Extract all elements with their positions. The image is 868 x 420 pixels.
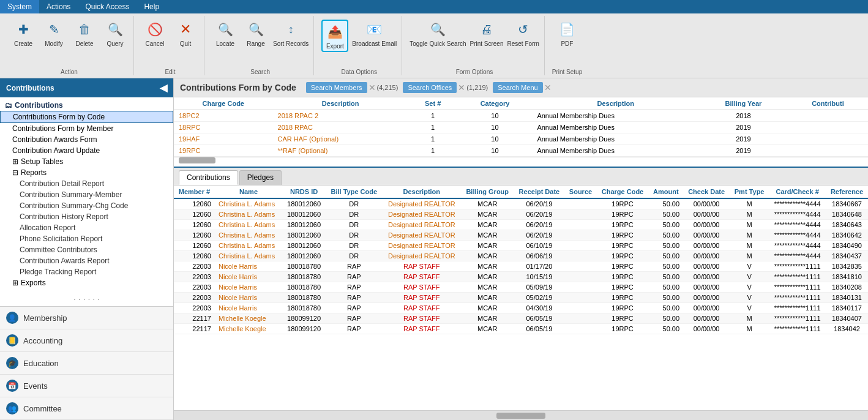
nav-item-accounting[interactable]: 📒 Accounting (0, 329, 173, 352)
table-row[interactable]: 22117 Michelle Koegle 180099120 RAP RAP … (174, 324, 868, 334)
sidebar-item-contribution-detail[interactable]: Contribution Detail Report (0, 178, 173, 189)
name-cell[interactable]: Nicole Harris (215, 261, 282, 272)
name-cell[interactable]: Nicole Harris (215, 282, 282, 293)
table-row[interactable]: 22003 Nicole Harris 180018780 RAP RAP ST… (174, 282, 868, 293)
name-cell[interactable]: Nicole Harris (215, 272, 282, 282)
content-title: Contributions Form by Code (180, 83, 296, 92)
table-row[interactable]: 12060 Christina L. Adams 180012060 DR De… (174, 198, 868, 209)
sidebar-item-contribution-history[interactable]: Contribution History Report (0, 211, 173, 222)
table-row[interactable]: 22003 Nicole Harris 180018780 RAP RAP ST… (174, 303, 868, 313)
broadcast-email-button[interactable]: 📧 Broadcast Email (352, 20, 397, 47)
sidebar-item-contribution-summary-member[interactable]: Contribution Summary-Member (0, 189, 173, 200)
table-row[interactable]: 18RPC 2018 RPAC 1 10 Annual Membership D… (174, 122, 868, 133)
name-cell[interactable]: Christina L. Adams (215, 251, 282, 261)
table-row[interactable]: 22003 Nicole Harris 180018780 RAP RAP ST… (174, 293, 868, 303)
export-button[interactable]: 📤 Export (321, 20, 348, 52)
toggle-search-button[interactable]: 🔍 Toggle Quick Search (410, 20, 466, 47)
sidebar-item-contributions-form-member[interactable]: Contributions Form by Member (0, 123, 173, 134)
amount-cell: 50.00 (649, 313, 684, 324)
search-menu-button[interactable]: Search Menu (493, 82, 542, 93)
print-screen-button[interactable]: 🖨 Print Screen (470, 20, 503, 47)
modify-button[interactable]: ✎ Modify (40, 20, 67, 47)
table-row[interactable]: 19HAF CAR HAF (Optional) 1 10 Annual Mem… (174, 133, 868, 145)
table-row[interactable]: 12060 Christina L. Adams 180012060 DR De… (174, 220, 868, 230)
range-button[interactable]: 🔍 Range (242, 20, 269, 47)
name-cell[interactable]: Christina L. Adams (215, 241, 282, 251)
tab-contributions[interactable]: Contributions (179, 170, 238, 185)
sidebar-item-contributions-root[interactable]: 🗂 Contributions (0, 100, 173, 111)
sidebar-item-contribution-awards-report[interactable]: Contribution Awards Report (0, 255, 173, 266)
sidebar-collapse-icon[interactable]: ◀ (160, 82, 167, 94)
reset-form-button[interactable]: ↺ Reset Form (507, 20, 539, 47)
name-cell[interactable]: Christina L. Adams (215, 220, 282, 230)
charge-code-cell[interactable]: 19HAF (174, 133, 273, 145)
sidebar-item-allocation-report[interactable]: Allocation Report (0, 222, 173, 233)
nav-item-events[interactable]: 📅 Events (0, 375, 173, 397)
locate-button[interactable]: 🔍 Locate (212, 20, 239, 47)
sidebar-item-pledge-tracking[interactable]: Pledge Tracking Report (0, 266, 173, 277)
tab-pledges[interactable]: Pledges (239, 170, 282, 185)
charge-code-cell[interactable]: 18PC2 (174, 110, 273, 122)
content-header: Contributions Form by Code Search Member… (174, 78, 868, 97)
delete-button[interactable]: 🗑 Delete (71, 20, 98, 47)
category-cell: 10 (458, 145, 533, 157)
sidebar-item-contributions-form-code[interactable]: Contributions Form by Code (0, 111, 173, 123)
sidebar-item-exports[interactable]: ⊞ Exports (0, 277, 173, 288)
menu-actions[interactable]: Actions (39, 0, 78, 13)
col-contrib: Contributi (788, 97, 868, 110)
search-members-close[interactable]: ✕ (369, 83, 376, 92)
bottom-scrollbar[interactable] (174, 410, 868, 420)
sidebar-item-reports[interactable]: ⊟ Reports (0, 167, 173, 178)
pdf-icon: 📄 (557, 20, 577, 39)
query-button[interactable]: 🔍 Query (102, 20, 129, 47)
name-cell[interactable]: Michelle Koegle (215, 324, 282, 334)
search-menu-close[interactable]: ✕ (544, 83, 552, 92)
sidebar-item-phone-solicitation[interactable]: Phone Solicitation Report (0, 233, 173, 244)
name-cell[interactable]: Christina L. Adams (215, 230, 282, 241)
table-row[interactable]: 22003 Nicole Harris 180018780 RAP RAP ST… (174, 272, 868, 282)
search-members-button[interactable]: Search Members (306, 82, 367, 93)
table-row[interactable]: 19RPC **RAF (Optional) 1 10 Annual Membe… (174, 145, 868, 157)
name-cell[interactable]: Nicole Harris (215, 293, 282, 303)
sidebar-item-contribution-awards-form[interactable]: Contribution Awards Form (0, 134, 173, 145)
charge-code-cell[interactable]: 18RPC (174, 122, 273, 133)
table-row[interactable]: 22003 Nicole Harris 180018780 RAP RAP ST… (174, 261, 868, 272)
bottom-table-container[interactable]: Member # Name NRDS ID Bill Type Code Des… (174, 186, 868, 410)
name-cell[interactable]: Christina L. Adams (215, 209, 282, 220)
nav-item-education[interactable]: 🎓 Education (0, 352, 173, 375)
menu-system[interactable]: System (0, 0, 39, 13)
table-row[interactable]: 12060 Christina L. Adams 180012060 DR De… (174, 241, 868, 251)
name-cell[interactable]: Michelle Koegle (215, 313, 282, 324)
sidebar-item-contribution-summary-chg[interactable]: Contribution Summary-Chg Code (0, 200, 173, 211)
bill-type-cell: DR (326, 230, 383, 241)
pdf-button[interactable]: 📄 PDF (553, 20, 580, 47)
table-row[interactable]: 12060 Christina L. Adams 180012060 DR De… (174, 209, 868, 220)
export-icon: 📤 (325, 22, 345, 42)
ref-cell: 1834042 (826, 324, 868, 334)
menu-quick-access[interactable]: Quick Access (78, 0, 137, 13)
sort-button[interactable]: ↕ Sort Records (273, 20, 309, 47)
nav-item-committee[interactable]: 👥 Committee (0, 397, 173, 420)
cancel-button[interactable]: 🚫 Cancel (141, 20, 168, 47)
charge-code-cell[interactable]: 19RPC (174, 145, 273, 157)
sidebar-item-contribution-award-update[interactable]: Contribution Award Update (0, 145, 173, 156)
name-cell[interactable]: Nicole Harris (215, 303, 282, 313)
search-offices-button[interactable]: Search Offices (403, 82, 457, 93)
table-row[interactable]: 12060 Christina L. Adams 180012060 DR De… (174, 251, 868, 261)
menu-help[interactable]: Help (137, 0, 166, 13)
create-button[interactable]: ✚ Create (10, 20, 37, 47)
bill-type-cell: RAP (326, 272, 383, 282)
table-row[interactable]: 22117 Michelle Koegle 180099120 RAP RAP … (174, 313, 868, 324)
sidebar-item-committee-contributors[interactable]: Committee Contributors (0, 244, 173, 255)
contrib-cell (788, 145, 868, 157)
top-table-scrollbar[interactable] (174, 157, 868, 167)
nav-item-membership[interactable]: 👤 Membership (0, 307, 173, 329)
table-row[interactable]: 12060 Christina L. Adams 180012060 DR De… (174, 230, 868, 241)
sidebar-item-setup-tables[interactable]: ⊞ Setup Tables (0, 156, 173, 167)
create-icon: ✚ (13, 20, 33, 39)
name-cell[interactable]: Christina L. Adams (215, 198, 282, 209)
table-row[interactable]: 18PC2 2018 RPAC 2 1 10 Annual Membership… (174, 110, 868, 122)
search-offices-close[interactable]: ✕ (458, 83, 465, 92)
quit-button[interactable]: ✕ Quit (172, 20, 199, 47)
nrds-cell: 180012060 (282, 220, 326, 230)
